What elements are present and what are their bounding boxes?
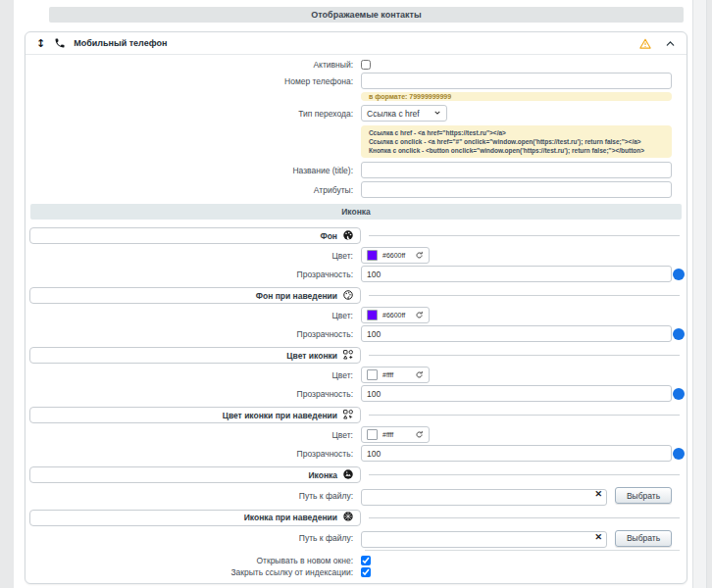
color-value: #ffff [382,431,410,438]
color-value: #6600ff [382,312,410,318]
icon-color-opacity-input[interactable] [361,385,672,402]
subsection-header-background-hover: Фон при наведении [29,287,687,304]
image-circle-icon [342,466,354,484]
slider-thumb[interactable] [673,448,685,460]
new-window-label: Открывать в новом окне: [25,556,361,565]
palette-outline-icon [342,287,354,305]
slider-thumb[interactable] [673,388,685,400]
chevron-up-icon[interactable] [665,38,676,49]
refresh-color-icon[interactable] [415,311,424,319]
color-swatch[interactable] [367,310,378,320]
icon-color-hover-picker[interactable]: #ffff [361,426,430,443]
hint-line-1: Ссылка с href - <a href="https://test.ru… [369,128,664,137]
subsection-title: Фон [320,231,337,241]
title-input[interactable] [361,162,672,178]
subsection-header-icon-color-hover: Цвет иконки при наведении [29,407,687,423]
palette-filled-icon [342,227,354,245]
subsection-header-icon-file-hover: Иконка при наведении [29,510,687,526]
subsection-rule [369,235,680,236]
slider-thumb[interactable] [673,328,685,340]
color-swatch[interactable] [367,429,378,440]
file-path-label: Путь к файлу: [25,533,361,543]
image-circle-pattern-icon [342,509,354,526]
active-label: Активный: [25,60,361,70]
mobile-phone-panel-header[interactable]: ↕ Мобильный телефон [25,32,687,55]
background-hover-opacity-input[interactable] [361,325,672,342]
background-hover-color-picker[interactable]: #6600ff [361,307,430,323]
main-content: Отображаемые контакты ↕ Мобильный телефо… [14,0,692,588]
transition-type-value: Ссылка с href [367,109,420,119]
subsection-header-icon-color: Цвет иконки [29,347,687,364]
color-label: Цвет: [25,251,361,261]
color-value: #6600ff [382,252,410,259]
file-path-label: Путь к файлу: [25,491,361,501]
active-checkbox[interactable] [361,60,371,70]
refresh-color-icon[interactable] [415,430,424,439]
slider-thumb[interactable] [673,269,685,280]
transition-type-select[interactable]: Ссылка с href [361,105,447,122]
phone-number-input[interactable] [361,73,672,89]
subsection-rule [369,474,680,475]
clear-file-icon[interactable]: ✕ [594,532,602,543]
icon-file-path-input[interactable] [361,489,607,506]
subsection-title: Цвет иконки при наведении [223,411,337,420]
background-opacity-input[interactable] [361,266,672,282]
color-swatch[interactable] [367,369,378,380]
opacity-label: Прозрачность: [25,329,361,339]
mobile-phone-panel: ↕ Мобильный телефон Активный: Номер теле… [25,31,687,584]
bottom-divider [365,550,680,551]
opacity-label: Прозрачность: [25,270,361,279]
color-label: Цвет: [25,430,361,440]
subsection-header-background: Фон [29,227,687,244]
title-label: Название (title): [25,166,361,175]
choose-icon-hover-file-button[interactable]: Выбрать [615,530,672,547]
refresh-color-icon[interactable] [415,370,424,379]
select-chevron-down-icon [433,109,441,119]
subsection-title: Иконка при наведении [244,513,337,522]
attributes-input[interactable] [361,181,672,198]
noindex-checkbox[interactable] [361,567,371,577]
open-new-window-checkbox[interactable] [361,556,371,565]
phone-format-hint: в формате: 79999999999 [361,92,672,101]
phone-icon [54,37,66,49]
phone-number-label: Номер телефона: [25,76,361,86]
color-label: Цвет: [25,311,361,320]
icons-section-header: Иконка [30,204,682,220]
opacity-label: Прозрачность: [25,449,361,459]
subsection-title: Фон при наведении [256,291,337,301]
subsection-rule [369,415,680,416]
transition-type-hint: Ссылка с href - <a href="https://test.ru… [361,125,672,158]
panel-body: Активный: Номер телефона: в формате: 799… [25,55,687,583]
displayed-contacts-section-header[interactable]: Отображаемые контакты [49,7,684,23]
subsection-title: Цвет иконки [286,351,337,361]
subsection-rule [369,295,680,296]
clear-file-icon[interactable]: ✕ [594,489,602,500]
hint-line-2: Ссылка с onclick - <a href="#" onclick="… [369,137,664,146]
refresh-color-icon[interactable] [415,251,424,260]
icon-shapes-grid-cursor-icon [342,407,354,424]
icon-color-picker[interactable]: #ffff [361,367,430,383]
drag-handle-icon[interactable]: ↕ [36,38,45,49]
attributes-label: Атрибуты: [25,185,361,195]
warning-icon [638,37,652,50]
subsection-header-icon-file: Иконка [29,466,687,483]
transition-type-label: Тип перехода: [25,109,361,119]
opacity-label: Прозрачность: [25,389,361,399]
icon-shapes-grid-icon [342,347,354,365]
icon-hover-file-path-input[interactable] [361,531,607,548]
color-label: Цвет: [25,370,361,380]
hint-line-3: Кнопка с onclick - <button onclick="wind… [369,146,664,155]
subsection-rule [369,517,680,518]
displayed-contacts-title: Отображаемые контакты [311,10,421,20]
panel-title: Мобильный телефон [74,38,167,48]
icon-color-hover-opacity-input[interactable] [361,445,672,462]
page-scrollbar-track[interactable] [692,0,707,588]
background-color-picker[interactable]: #6600ff [361,247,430,264]
color-swatch[interactable] [367,250,378,261]
color-value: #ffff [382,371,410,378]
subsection-rule [369,355,680,356]
subsection-title: Иконка [308,470,337,480]
noindex-label: Закрыть ссылку от индексации: [25,567,361,577]
choose-icon-file-button[interactable]: Выбрать [615,487,672,504]
icons-section-title: Иконка [341,207,371,217]
